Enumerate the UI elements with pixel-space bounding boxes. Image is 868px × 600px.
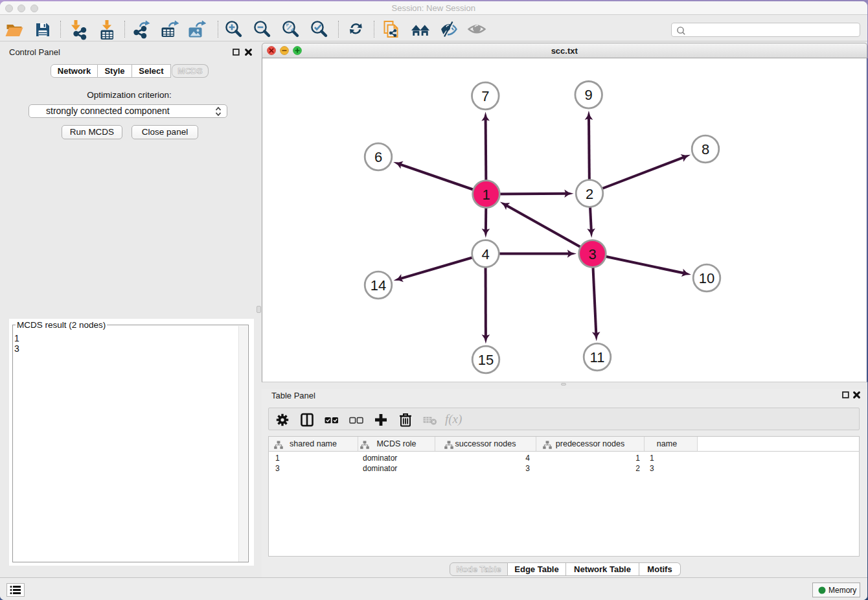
svg-text:6: 6: [374, 149, 382, 165]
svg-text:3: 3: [588, 246, 596, 262]
svg-text:15: 15: [478, 352, 494, 368]
svg-text:8: 8: [702, 141, 709, 157]
svg-text:9: 9: [585, 87, 593, 103]
svg-text:7: 7: [481, 88, 489, 104]
svg-text:2: 2: [586, 186, 593, 202]
svg-text:14: 14: [371, 277, 386, 294]
svg-text:1: 1: [482, 187, 490, 203]
svg-text:4: 4: [481, 246, 489, 262]
svg-text:10: 10: [699, 270, 714, 286]
svg-text:11: 11: [590, 349, 605, 365]
